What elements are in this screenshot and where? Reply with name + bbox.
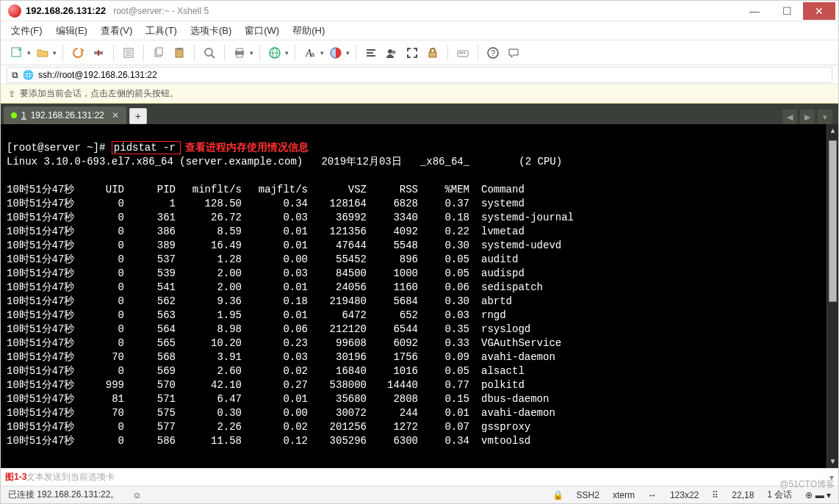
align-icon[interactable] [362, 44, 380, 62]
window-sub-title: root@server:~ - Xshell 5 [113, 6, 209, 16]
disconnect-icon[interactable] [90, 44, 107, 62]
terminal[interactable]: [root@server ~]# pidstat -r查看进程内存使用情况信息 … [1, 124, 838, 468]
maximize-button[interactable]: ☐ [771, 2, 803, 20]
add-session-tab-button[interactable]: + [129, 108, 147, 124]
svg-rect-31 [461, 52, 463, 54]
address-globe-icon: 🌐 [23, 70, 34, 80]
paste-icon[interactable] [170, 44, 188, 62]
status-sessions: 1 会话 [767, 489, 792, 501]
svg-point-12 [205, 48, 212, 56]
svg-text:?: ? [491, 48, 495, 57]
title-bar: 192.168.26.131:22 root@server:~ - Xshell… [1, 1, 838, 21]
terminal-scrollbar[interactable]: ▲ ▼ [827, 124, 838, 468]
address-input[interactable]: ⧉ 🌐 ssh://root@192.168.26.131:22 [7, 67, 832, 83]
session-tab-close-icon[interactable]: ✕ [112, 110, 119, 120]
color-icon[interactable] [327, 44, 345, 62]
session-tab-index: 1 [21, 110, 26, 120]
status-connected: 已连接 192.168.26.131:22。 [8, 489, 119, 501]
properties-icon[interactable] [120, 44, 137, 62]
svg-text:a: a [311, 51, 314, 58]
globe-icon[interactable] [266, 44, 284, 62]
menu-tools[interactable]: 工具(T) [145, 24, 177, 37]
tab-list-icon[interactable]: ▾ [818, 109, 832, 124]
status-term: xterm [613, 490, 635, 500]
status-size-icon: ↔ [648, 490, 657, 500]
svg-point-27 [392, 50, 396, 54]
tab-scroll-right-icon[interactable]: ▶ [800, 109, 815, 124]
keyboard-icon[interactable] [454, 44, 472, 62]
open-folder-icon[interactable] [34, 44, 51, 62]
status-pos: 22,18 [732, 490, 754, 500]
find-icon[interactable] [201, 44, 218, 62]
svg-line-13 [212, 55, 215, 58]
session-status-icon [11, 112, 17, 118]
menu-edit[interactable]: 编辑(E) [56, 24, 87, 37]
menu-bar: 文件(F) 编辑(E) 查看(V) 工具(T) 选项卡(B) 窗口(W) 帮助(… [1, 21, 838, 40]
help-icon[interactable]: ? [484, 44, 502, 62]
print-icon[interactable] [231, 44, 248, 62]
status-bar: 已连接 192.168.26.131:22。 ☺ 🔒 SSH2 xterm ↔ … [1, 486, 838, 503]
send-bar-hint: 文本发送到当前选项卡 [26, 471, 115, 483]
address-history-icon[interactable]: ⧉ [12, 70, 18, 80]
font-icon[interactable]: Aa [301, 44, 319, 62]
menu-tabs[interactable]: 选项卡(B) [190, 24, 231, 37]
new-session-icon[interactable]: + [8, 44, 26, 62]
users-icon[interactable] [383, 44, 400, 62]
scroll-up-icon[interactable]: ▲ [827, 124, 838, 137]
address-bar: ⧉ 🌐 ssh://root@192.168.26.131:22 [1, 65, 838, 84]
chat-icon[interactable] [505, 44, 522, 62]
figure-label: 图1-3 [5, 471, 26, 483]
svg-rect-30 [459, 52, 461, 54]
session-tab-strip: 1 192.168.26.131:22 ✕ + ◀ ▶ ▾ [1, 104, 838, 124]
svg-rect-11 [177, 48, 181, 50]
svg-rect-9 [156, 48, 162, 55]
tab-scroll-left-icon[interactable]: ◀ [782, 109, 797, 124]
hint-bar: ⇪ 要添加当前会话，点击左侧的箭头按钮。 [1, 84, 838, 104]
lock-icon[interactable] [424, 44, 442, 62]
svg-text:+: + [18, 46, 22, 54]
hint-text: 要添加当前会话，点击左侧的箭头按钮。 [20, 87, 179, 100]
svg-point-26 [388, 49, 392, 54]
minimize-button[interactable]: — [738, 2, 771, 20]
send-bar[interactable]: 图1-3 文本发送到当前选项卡 ▾ [1, 468, 838, 486]
status-extra-icon[interactable]: ⊕ ▬ ▾ [805, 490, 831, 500]
app-logo-icon [8, 4, 21, 18]
svg-rect-15 [237, 48, 242, 51]
status-size: 123x22 [670, 490, 699, 500]
svg-rect-32 [464, 52, 465, 54]
fullscreen-icon[interactable] [403, 44, 421, 62]
toolbar: +▾ ▾ ▾ ▾ Aa▾ ▾ ? [1, 40, 838, 65]
status-pos-icon: ⠿ [712, 490, 719, 500]
menu-view[interactable]: 查看(V) [101, 24, 132, 37]
status-lock-icon: 🔒 [552, 490, 563, 500]
close-button[interactable]: ✕ [803, 2, 835, 20]
copy-icon[interactable] [150, 44, 168, 62]
reconnect-icon[interactable] [69, 44, 87, 62]
session-tab[interactable]: 1 192.168.26.131:22 ✕ [4, 107, 126, 124]
address-url: ssh://root@192.168.26.131:22 [38, 70, 157, 80]
menu-window[interactable]: 窗口(W) [245, 24, 279, 37]
send-bar-dropdown-icon[interactable]: ▾ [829, 472, 834, 483]
scroll-thumb[interactable] [829, 140, 837, 302]
window-tab-title: 192.168.26.131:22 [26, 5, 106, 16]
session-tab-label: 192.168.26.131:22 [31, 110, 104, 120]
menu-file[interactable]: 文件(F) [11, 24, 43, 37]
status-smiley-icon: ☺ [132, 490, 141, 500]
hint-add-icon[interactable]: ⇪ [8, 89, 15, 99]
menu-help[interactable]: 帮助(H) [292, 24, 325, 37]
status-ssh: SSH2 [577, 490, 599, 500]
scroll-down-icon[interactable]: ▼ [827, 455, 838, 468]
svg-rect-16 [237, 54, 242, 57]
svg-rect-28 [429, 52, 436, 57]
